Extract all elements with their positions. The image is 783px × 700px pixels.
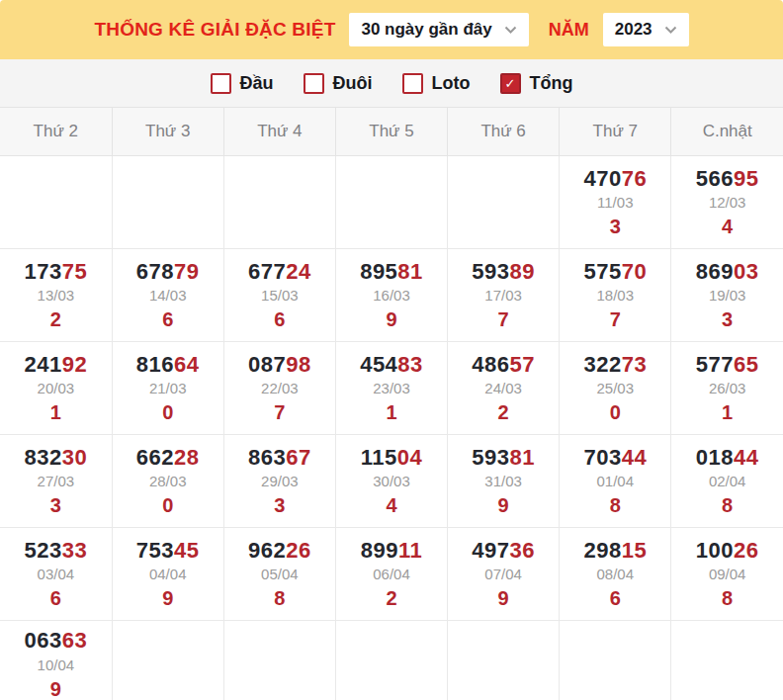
draw-date: 07/04 [448,566,559,583]
sum-value: 7 [224,400,335,424]
prize-cell: 8166421/030 [112,342,223,435]
special-prize-number: 48657 [448,352,559,377]
special-prize-number: 57570 [560,259,670,284]
table-row: 1737513/0326787914/0366772415/0368958116… [0,249,783,342]
range-select-value: 30 ngày gần đây [361,20,491,40]
sum-value: 1 [671,400,783,424]
sum-value: 9 [448,586,559,610]
checkbox-icon[interactable] [211,73,231,94]
special-prize-number: 01844 [671,445,783,470]
special-prize-number: 11504 [336,445,447,470]
prize-cell: 4973607/049 [448,528,560,621]
sum-value: 2 [448,400,559,424]
draw-date: 01/04 [560,473,670,490]
prize-cell: 9622605/048 [223,528,335,621]
checkbox-icon[interactable] [402,73,423,94]
draw-date: 03/04 [0,566,112,583]
draw-date: 15/03 [224,287,335,305]
empty-cell [560,621,671,700]
draw-date: 21/03 [113,380,223,397]
empty-cell [335,621,447,700]
sum-value: 3 [560,215,670,238]
widget-header: THỐNG KÊ GIẢI ĐẶC BIỆT 30 ngày gần đây N… [0,0,783,59]
filter-label: Đầu [240,73,274,94]
checkbox-checked-icon[interactable]: ✓ [500,73,521,94]
sum-value: 4 [671,215,783,238]
stats-table-body: 4707611/0335669512/0341737513/0326787914… [0,156,783,700]
sum-value: 9 [0,677,112,700]
draw-date: 23/03 [336,380,447,397]
filter-duoi[interactable]: Đuôi [304,73,373,94]
prize-cell: 8991106/042 [335,528,447,621]
prize-cell: 0879822/037 [223,342,335,435]
lottery-stats-widget: THỐNG KÊ GIẢI ĐẶC BIỆT 30 ngày gần đây N… [0,0,783,700]
column-header: Thứ 2 [0,108,112,156]
year-select[interactable]: 2023 [603,13,689,46]
special-prize-number: 56695 [671,166,783,191]
special-prize-number: 67879 [113,259,223,284]
draw-date: 24/03 [448,380,559,397]
prize-cell: 4548323/031 [335,342,447,435]
table-row: 4707611/0335669512/034 [0,156,783,249]
empty-cell [112,156,223,249]
empty-cell [335,156,447,249]
draw-date: 09/04 [671,566,783,583]
filter-label: Đuôi [333,73,373,94]
year-label: NĂM [549,20,589,41]
draw-date: 16/03 [336,287,447,305]
prize-cell: 7034401/048 [560,435,671,528]
special-prize-number: 47076 [560,166,670,191]
draw-date: 28/03 [113,473,223,490]
draw-date: 19/03 [671,287,783,305]
prize-cell: 6787914/036 [112,249,223,342]
prize-cell: 8636729/033 [223,435,335,528]
empty-cell [448,156,560,249]
special-prize-number: 08798 [224,352,335,377]
special-prize-number: 89581 [336,259,447,284]
special-prize-number: 32273 [560,352,670,377]
range-select[interactable]: 30 ngày gần đây [349,13,528,46]
draw-date: 30/03 [336,473,447,490]
sum-value: 6 [113,307,223,331]
draw-date: 02/04 [671,473,783,490]
draw-date: 08/04 [560,566,670,583]
special-prize-number: 86367 [224,445,335,470]
chevron-down-icon [664,26,677,35]
column-header: Thứ 3 [112,108,223,156]
filter-dau[interactable]: Đầu [211,73,274,94]
column-header: Thứ 5 [335,108,447,156]
draw-date: 12/03 [671,194,783,212]
prize-cell: 5776526/031 [671,342,783,435]
draw-date: 14/03 [113,287,223,305]
draw-date: 11/03 [560,194,670,212]
special-prize-number: 10026 [671,538,783,563]
draw-date: 06/04 [336,566,447,583]
prize-cell: 6622828/030 [112,435,223,528]
stats-table: Thứ 2Thứ 3Thứ 4Thứ 5Thứ 6Thứ 7C.nhật 470… [0,107,783,700]
prize-cell: 0184402/048 [671,435,783,528]
special-prize-number: 81664 [113,352,223,377]
prize-cell: 2419220/031 [0,342,112,435]
prize-cell: 1150430/034 [335,435,447,528]
sum-value: 0 [560,400,670,424]
special-prize-number: 45483 [336,352,447,377]
checkbox-icon[interactable] [304,73,324,94]
draw-date: 17/03 [448,287,559,305]
prize-cell: 6772415/036 [223,249,335,342]
special-prize-number: 24192 [0,352,112,377]
prize-cell: 2981508/046 [560,528,671,621]
draw-date: 13/03 [0,287,112,305]
empty-cell [112,621,223,700]
sum-value: 8 [671,493,783,517]
prize-cell: 3227325/030 [560,342,671,435]
prize-cell: 0636310/049 [0,621,112,700]
sum-value: 6 [0,586,112,610]
sum-value: 3 [671,307,783,331]
draw-date: 10/04 [0,656,112,674]
prize-cell: 5757018/037 [560,249,671,342]
sum-value: 2 [336,586,447,610]
prize-cell: 4865724/032 [448,342,560,435]
filter-loto[interactable]: Loto [402,73,471,94]
special-prize-number: 29815 [560,538,670,563]
filter-tong[interactable]: ✓Tổng [500,73,573,94]
